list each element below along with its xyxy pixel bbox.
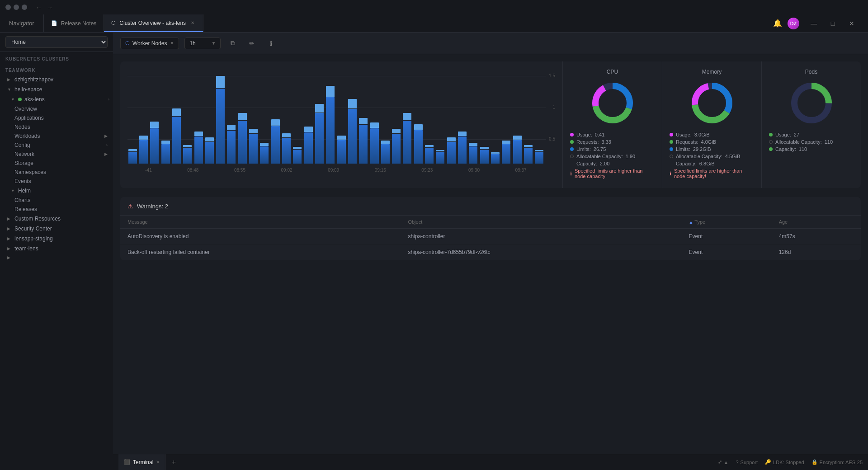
pods-donut-svg	[789, 80, 834, 126]
bar-main-21	[359, 125, 368, 164]
bar-highlight-12	[260, 143, 269, 146]
close-button[interactable]: ✕	[5, 5, 11, 10]
bar-highlight-22	[370, 122, 379, 128]
col-type[interactable]: ▲ Type	[682, 216, 772, 229]
sidebar-item-config[interactable]: Config ›	[0, 141, 113, 150]
bar-highlight-1	[139, 136, 148, 140]
cpu-usage-value: 0.41	[595, 132, 604, 137]
bar-highlight-24	[392, 129, 401, 133]
maximize-button[interactable]: □	[22, 5, 27, 10]
bar-highlight-25	[403, 113, 411, 120]
encryption-status[interactable]: 🔒 Encryption: AES-25	[811, 459, 863, 465]
bar-group-11	[248, 76, 258, 164]
pods-alloc-value: 110	[825, 139, 833, 145]
win-maximize-button[interactable]: □	[824, 20, 842, 27]
sidebar-item-namespaces[interactable]: Namespaces	[0, 168, 113, 177]
time-range-select[interactable]: 1h ▼	[184, 38, 221, 49]
sidebar-item-overview[interactable]: Overview	[0, 104, 113, 113]
tab-close-button[interactable]: ✕	[189, 20, 196, 26]
bar-highlight-27	[425, 145, 434, 147]
win-close-button[interactable]: ✕	[843, 20, 861, 27]
bar-main-14	[282, 138, 291, 164]
memory-panel: Memory Usage:	[662, 61, 761, 188]
bar-main-32	[480, 150, 489, 164]
sidebar-item-nodes[interactable]: Nodes	[0, 122, 113, 132]
table-row[interactable]: AutoDiscovery is enabled shipa-controlle…	[120, 229, 861, 244]
support-icon: ?	[736, 460, 738, 465]
bar-highlight-29	[447, 137, 456, 141]
memory-requests-value: 4.0GiB	[701, 139, 717, 145]
bar-main-17	[315, 113, 324, 164]
win-minimize-button[interactable]: —	[805, 20, 823, 27]
col-object-label: Object	[408, 219, 422, 225]
cpu-limits-row: Limits: 26.75	[570, 146, 655, 153]
memory-capacity-dot	[670, 162, 673, 165]
sidebar-item-applications[interactable]: Applications	[0, 113, 113, 122]
terminal-close[interactable]: ✕	[156, 460, 160, 465]
sidebar-item-charts[interactable]: Charts	[0, 196, 113, 205]
memory-alloc-label: Allocatable Capacity:	[676, 154, 722, 159]
memory-capacity-label: Capacity:	[676, 161, 697, 166]
bar-group-34	[501, 76, 511, 164]
navigator-tab[interactable]: Navigator	[0, 14, 44, 32]
ldk-icon: 🔑	[765, 459, 771, 465]
sidebar-item-dzhigzhitzhapov[interactable]: ▶ dzhigzhitzhapov	[0, 75, 113, 85]
sidebar-item-custom-resources[interactable]: ▶ Security Center	[0, 224, 113, 234]
ldk-status[interactable]: 🔑 LDK: Stopped	[765, 459, 804, 465]
home-dropdown[interactable]: Home	[5, 36, 108, 48]
forward-button[interactable]: →	[45, 3, 54, 12]
bar-main-22	[370, 128, 379, 164]
aks-collapse-arrow: ▼	[11, 97, 15, 102]
sidebar-item-access-control[interactable]: ▶ Custom Resources	[0, 214, 113, 224]
avatar[interactable]: DZ	[788, 18, 799, 29]
bar-group-9	[226, 76, 236, 164]
bar-main-5	[183, 148, 192, 164]
cpu-alloc-row: Allocatable Capacity: 1.90	[570, 153, 655, 160]
support-link[interactable]: ? Support	[736, 460, 758, 465]
table-header-row: Message Object ▲ Type Age	[120, 216, 861, 229]
collapse-arrow-hello: ▼	[7, 87, 12, 92]
bar-highlight-35	[513, 136, 522, 140]
terminal-tab[interactable]: ⬛ Terminal ✕	[118, 454, 165, 470]
main-layout: Home KUBERNETES CLUSTERS TEAMWORK ▶ dzhi…	[0, 33, 868, 470]
bar-highlight-20	[348, 99, 357, 108]
node-filter-select[interactable]: ⬡ Worker Nodes ▼	[120, 38, 179, 49]
bar-group-16	[303, 76, 313, 164]
table-row[interactable]: Back-off restarting failed container shi…	[120, 244, 861, 260]
cpu-panel: CPU	[562, 61, 662, 188]
node-filter-icon: ⬡	[125, 40, 130, 46]
sidebar-item-releases[interactable]: Releases	[0, 205, 113, 214]
collapse-icon: ▲	[724, 460, 729, 465]
cell-object-2: shipa-controller-7d655b79df-v26tc	[401, 244, 681, 260]
bar-group-3	[160, 76, 170, 164]
minimize-button[interactable]: —	[14, 5, 19, 10]
sidebar-item-lensapp-staging[interactable]: ▶ team-lens	[0, 244, 113, 254]
bar-main-28	[436, 152, 444, 164]
back-button[interactable]: ←	[34, 3, 43, 12]
expand-terminal-button[interactable]: ⤢ ▲	[718, 459, 729, 465]
copy-button[interactable]: ⧉	[226, 37, 240, 50]
add-terminal-button[interactable]: +	[167, 456, 180, 469]
cpu-requests-label: Requests:	[576, 139, 599, 145]
tab-cluster-overview[interactable]: ⬡ Cluster Overview - aks-lens ✕	[104, 14, 203, 32]
sidebar-item-security-center[interactable]: ▶ lensapp-staging	[0, 234, 113, 244]
sidebar-item-network[interactable]: Network ▶	[0, 150, 113, 159]
sidebar-item-hello-space[interactable]: ▼ hello-space	[0, 85, 113, 94]
bar-main-26	[414, 130, 423, 164]
cpu-limits-label: Limits:	[576, 146, 591, 152]
pencil-button[interactable]: ✏	[245, 37, 259, 50]
tab-release-notes[interactable]: 📄 Release Notes	[44, 14, 104, 32]
bar-group-23	[380, 76, 390, 164]
info-button[interactable]: ℹ	[264, 37, 278, 50]
sidebar-item-team-lens[interactable]: ▶	[0, 254, 113, 262]
memory-alloc-row: Allocatable Capacity: 4.5GiB	[670, 153, 754, 160]
sidebar-item-workloads[interactable]: Workloads ▶	[0, 132, 113, 141]
bar-main-29	[447, 142, 456, 164]
bell-icon[interactable]: 🔔	[773, 19, 782, 28]
sidebar-item-events[interactable]: Events	[0, 177, 113, 186]
sidebar-item-aks-lens[interactable]: ▼ aks-lens ›	[0, 94, 113, 104]
sidebar-item-helm[interactable]: ▼ Helm	[0, 186, 113, 196]
sidebar-item-storage[interactable]: Storage	[0, 159, 113, 168]
warnings-section: ⚠ Warnings: 2 Message Object	[120, 197, 861, 260]
bar-main-7	[205, 142, 214, 164]
